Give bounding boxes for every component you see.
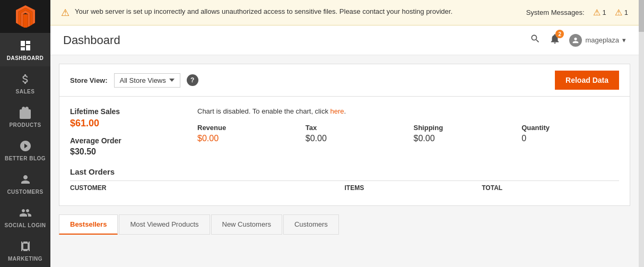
social-login-icon	[18, 205, 33, 220]
col-header-total: Total	[482, 184, 619, 192]
warning-text: Your web server is set up incorrectly an…	[75, 6, 452, 17]
system-messages-area: System Messages: ⚠ 1 ⚠ 1	[526, 7, 628, 18]
warning-badge-icon-2: ⚠	[615, 7, 622, 18]
orders-table-header: Customer Items Total	[70, 180, 619, 195]
tab-most-viewed-products[interactable]: Most Viewed Products	[119, 214, 210, 235]
stat-tax: Tax $0.00	[306, 124, 403, 143]
stat-quantity: Quantity 0	[521, 124, 619, 143]
stat-tax-value: $0.00	[306, 134, 403, 143]
chart-area: Chart is disabled. To enable the chart, …	[197, 107, 619, 157]
sidebar-item-better-blog[interactable]: BETTER BLOG	[0, 133, 50, 167]
col-header-customer: Customer	[70, 184, 345, 192]
stat-quantity-value: 0	[521, 134, 619, 143]
warning-left: ⚠ Your web server is set up incorrectly …	[61, 6, 516, 19]
metrics-panel: Lifetime Sales $61.00 Average Order $30.…	[70, 107, 176, 157]
badge-count-2: 1	[624, 8, 628, 16]
stat-revenue-value: $0.00	[197, 134, 295, 143]
page-scrollbar[interactable]	[639, 0, 644, 267]
chart-enable-link[interactable]: here	[330, 107, 344, 115]
stat-shipping: Shipping $0.00	[414, 124, 511, 143]
store-view-label: Store View:	[70, 76, 108, 84]
system-messages-label: System Messages:	[526, 8, 585, 16]
dropdown-arrow-icon	[169, 79, 175, 82]
stat-shipping-value: $0.00	[414, 134, 511, 143]
sidebar-item-sales[interactable]: SALES	[0, 66, 50, 100]
stat-revenue-label: Revenue	[197, 124, 295, 132]
stat-quantity-label: Quantity	[521, 124, 619, 132]
store-view-selected: All Store Views	[120, 76, 166, 84]
warning-triangle-icon: ⚠	[61, 7, 69, 19]
sidebar-item-products[interactable]: PRODUCTS	[0, 100, 50, 133]
tab-new-customers[interactable]: New Customers	[211, 214, 282, 235]
sidebar-item-marketing[interactable]: MARKETING	[0, 234, 50, 267]
system-msg-badge-2[interactable]: ⚠ 1	[615, 7, 628, 18]
sidebar-logo	[0, 0, 50, 33]
sidebar-item-dashboard[interactable]: DASHBOARD	[0, 33, 50, 66]
search-icon	[530, 33, 541, 44]
badge-count-1: 1	[603, 8, 606, 16]
tabs-container: Bestsellers Most Viewed Products New Cus…	[59, 214, 630, 235]
customers-icon	[18, 172, 33, 187]
last-orders-title: Last Orders	[70, 167, 619, 176]
dashboard-main-panel: Lifetime Sales $61.00 Average Order $30.…	[59, 97, 630, 206]
user-dropdown-arrow: ▾	[622, 36, 626, 44]
sidebar: DASHBOARD SALES PRODUCTS BETTER BLOG CUS…	[0, 0, 50, 267]
avg-order-label: Average Order	[70, 136, 176, 145]
notification-count-badge: 2	[555, 30, 564, 38]
store-view-dropdown[interactable]: All Store Views	[114, 73, 180, 88]
stat-tax-label: Tax	[306, 124, 403, 132]
page-title: Dashboard	[63, 33, 120, 47]
content-area: Store View: All Store Views ? Reload Dat…	[50, 55, 639, 267]
products-icon	[18, 105, 33, 120]
col-header-items: Items	[345, 184, 482, 192]
stat-shipping-label: Shipping	[414, 124, 511, 132]
system-msg-badge-1[interactable]: ⚠ 1	[593, 7, 606, 18]
sidebar-item-label-sales: SALES	[16, 89, 35, 94]
dashboard-icon	[18, 38, 33, 53]
sidebar-item-social-login[interactable]: SOCIAL LOGIN	[0, 200, 50, 234]
notifications-button[interactable]: 2	[549, 33, 561, 47]
last-orders-section: Last Orders Customer Items Total	[70, 167, 619, 195]
stats-grid: Revenue $0.00 Tax $0.00 Shipping $0.00	[197, 124, 619, 143]
avg-order-value: $30.50	[70, 147, 176, 157]
store-view-left: Store View: All Store Views ?	[70, 73, 198, 88]
scrollbar-thumb[interactable]	[639, 0, 644, 32]
top-header: Dashboard 2 mageplaza ▾	[50, 25, 639, 55]
tab-bestsellers[interactable]: Bestsellers	[59, 214, 118, 235]
sidebar-item-label-marketing: MARKETING	[8, 256, 42, 262]
stat-revenue: Revenue $0.00	[197, 124, 295, 143]
main-content-area: ⚠ Your web server is set up incorrectly …	[50, 0, 639, 267]
search-button[interactable]	[530, 33, 541, 47]
sidebar-item-label-better-blog: BETTER BLOG	[5, 156, 46, 161]
username-label: mageplaza	[585, 36, 619, 44]
tab-customers[interactable]: Customers	[283, 214, 339, 235]
blog-icon	[18, 139, 33, 153]
sidebar-item-label-dashboard: DASHBOARD	[7, 55, 44, 61]
chart-disabled-message: Chart is disabled. To enable the chart, …	[197, 107, 619, 115]
user-avatar-icon	[569, 34, 582, 47]
sidebar-item-label-customers: CUSTOMERS	[7, 189, 43, 195]
lifetime-sales-label: Lifetime Sales	[70, 107, 176, 116]
sidebar-item-customers[interactable]: CUSTOMERS	[0, 167, 50, 200]
help-icon[interactable]: ?	[187, 74, 198, 86]
lifetime-sales-value: $61.00	[70, 118, 176, 129]
warning-banner: ⚠ Your web server is set up incorrectly …	[50, 0, 639, 25]
sidebar-item-label-products: PRODUCTS	[9, 122, 41, 128]
sidebar-item-label-social-login: SOCIAL LOGIN	[4, 222, 46, 228]
user-menu[interactable]: mageplaza ▾	[569, 34, 626, 47]
magento-logo-icon	[14, 5, 37, 28]
header-actions: 2 mageplaza ▾	[530, 33, 626, 47]
marketing-icon	[18, 239, 33, 254]
sales-icon	[18, 72, 33, 87]
tabs-section: Bestsellers Most Viewed Products New Cus…	[59, 214, 630, 235]
reload-data-button[interactable]: Reload Data	[555, 71, 619, 90]
store-view-bar: Store View: All Store Views ? Reload Dat…	[59, 64, 630, 97]
warning-badge-icon-1: ⚠	[593, 7, 601, 18]
